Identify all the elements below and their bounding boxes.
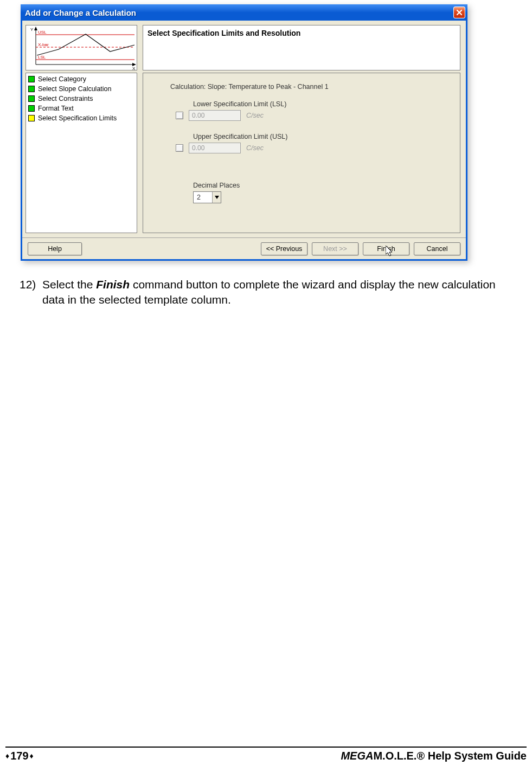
decimal-label: Decimal Places xyxy=(193,182,240,189)
wizard-steps: Select Category Select Slope Calculation… xyxy=(25,73,137,233)
step-status-icon xyxy=(28,115,35,121)
wizard-step: Select Category xyxy=(28,74,134,84)
instruction-step: 12) Select the Finish command button to … xyxy=(20,277,505,308)
step-status-icon xyxy=(28,86,35,92)
dialog-title: Add or Change a Calculation xyxy=(25,8,453,17)
svg-text:Y: Y xyxy=(30,27,34,32)
usl-unit: C/sec xyxy=(246,144,264,152)
usl-input[interactable]: 0.00 xyxy=(189,143,241,153)
step-label: Select Slope Calculation xyxy=(38,84,112,94)
panel-body: Calculation: Slope: Temperature to Peak … xyxy=(143,73,460,233)
wizard-button-row: Help << Previous Next >> Finish Cancel xyxy=(22,237,466,259)
previous-button[interactable]: << Previous xyxy=(261,242,307,255)
svg-text:X-bar: X-bar xyxy=(38,42,49,47)
page-footer: ♦179♦ MEGAM.O.L.E.® Help System Guide xyxy=(0,747,532,762)
svg-marker-12 xyxy=(215,196,219,199)
footer-title: MEGAM.O.L.E.® Help System Guide xyxy=(341,750,527,762)
svg-text:USL: USL xyxy=(38,30,47,35)
panel-header: Select Specification Limits and Resoluti… xyxy=(143,25,460,70)
step-status-icon xyxy=(28,95,35,102)
lsl-label: Lower Specification Limit (LSL) xyxy=(193,100,286,108)
lsl-checkbox[interactable] xyxy=(176,112,183,119)
usl-label: Upper Specification Limit (USL) xyxy=(193,133,287,140)
step-status-icon xyxy=(28,105,35,112)
chevron-down-icon xyxy=(212,192,221,203)
svg-text:LSL: LSL xyxy=(38,55,46,60)
help-button[interactable]: Help xyxy=(28,242,82,255)
decimal-select[interactable]: 2 xyxy=(193,191,221,203)
step-label: Select Category xyxy=(38,74,86,84)
next-button: Next >> xyxy=(312,242,358,255)
usl-checkbox[interactable] xyxy=(176,144,183,152)
close-icon xyxy=(456,9,463,16)
close-button[interactable] xyxy=(453,7,465,18)
panel-title: Select Specification Limits and Resoluti… xyxy=(148,29,300,37)
lsl-input[interactable]: 0.00 xyxy=(189,110,241,121)
wizard-step: Select Specification Limits xyxy=(28,113,134,123)
step-label: Format Text xyxy=(38,104,74,113)
lsl-unit: C/sec xyxy=(246,112,264,119)
calculation-label: Calculation: Slope: Temperature to Peak … xyxy=(170,83,329,91)
wizard-step: Format Text xyxy=(28,104,134,113)
instruction-text: Select the Finish command button to comp… xyxy=(42,277,505,308)
step-label: Select Specification Limits xyxy=(38,113,117,123)
dialog-titlebar: Add or Change a Calculation xyxy=(21,4,467,21)
cancel-button[interactable]: Cancel xyxy=(414,242,460,255)
step-label: Select Constraints xyxy=(38,94,93,104)
finish-button[interactable]: Finish xyxy=(363,242,409,255)
decimal-value: 2 xyxy=(194,194,212,201)
page-number: ♦179♦ xyxy=(5,750,34,762)
svg-marker-1 xyxy=(34,27,37,30)
wizard-step: Select Constraints xyxy=(28,94,134,104)
wizard-step: Select Slope Calculation xyxy=(28,84,134,94)
instruction-number: 12) xyxy=(20,277,42,308)
svg-text:X: X xyxy=(132,66,136,70)
preview-graph: Y X USL X-bar LSL xyxy=(25,25,137,70)
step-status-icon xyxy=(28,76,35,82)
